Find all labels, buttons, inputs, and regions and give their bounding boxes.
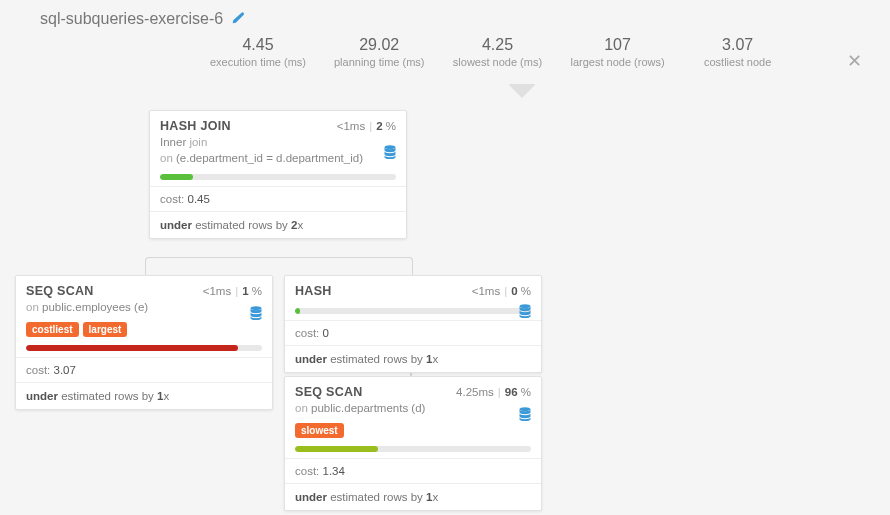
stat-value: 4.45 (242, 36, 273, 54)
node-tags: slowest (285, 421, 541, 442)
database-icon (519, 407, 531, 423)
stat-label: slowest node (ms) (453, 56, 542, 68)
tag-largest: largest (83, 322, 128, 337)
node-subtitle: on public.employees (e) (16, 300, 272, 320)
plan-node-seq-scan-departments[interactable]: SEQ SCAN 4.25ms|96 % on public.departmen… (284, 376, 542, 511)
connector (145, 257, 413, 277)
stat-label: largest node (rows) (570, 56, 664, 68)
database-icon (519, 304, 531, 320)
close-icon[interactable]: ✕ (847, 50, 862, 72)
stat-label: planning time (ms) (334, 56, 424, 68)
node-tags: costliest largest (16, 320, 272, 341)
svg-point-3 (520, 407, 531, 411)
database-icon (250, 306, 262, 322)
tag-slowest: slowest (295, 423, 344, 438)
node-title: SEQ SCAN (26, 284, 94, 298)
duration-bar (295, 446, 531, 452)
node-timing: <1ms|2 % (337, 120, 396, 132)
stat-slowest-node: 4.25 slowest node (ms) (452, 36, 542, 68)
plan-node-hash[interactable]: HASH <1ms|0 % cost: 0 under estimated ro… (284, 275, 542, 373)
duration-bar (160, 174, 396, 180)
cost-line: cost: 0.45 (150, 187, 406, 211)
stat-costliest-node: 3.07 costliest node (693, 36, 783, 68)
estimate-line: under estimated rows by 1x (285, 483, 541, 510)
estimate-line: under estimated rows by 1x (16, 382, 272, 409)
stat-planning-time: 29.02 planning time (ms) (334, 36, 424, 68)
node-title: HASH JOIN (160, 119, 231, 133)
stat-value: 29.02 (359, 36, 399, 54)
node-title: SEQ SCAN (295, 385, 363, 399)
stat-largest-node: 107 largest node (rows) (570, 36, 664, 68)
stat-value: 107 (604, 36, 631, 54)
page-title: sql-subqueries-exercise-6 (40, 10, 223, 28)
stat-value: 3.07 (722, 36, 753, 54)
node-timing: <1ms|1 % (203, 285, 262, 297)
stat-label: costliest node (704, 56, 771, 68)
estimate-line: under estimated rows by 1x (285, 345, 541, 372)
estimate-line: under estimated rows by 2x (150, 211, 406, 238)
cost-line: cost: 3.07 (16, 358, 272, 382)
cost-line: cost: 1.34 (285, 459, 541, 483)
tag-costliest: costliest (26, 322, 79, 337)
duration-bar (295, 308, 531, 314)
node-timing: 4.25ms|96 % (456, 386, 531, 398)
stat-label: execution time (ms) (210, 56, 306, 68)
node-subtitle: Inner join on (e.department_id = d.depar… (150, 135, 406, 170)
stat-execution-time: 4.45 execution time (ms) (210, 36, 306, 68)
plan-node-seq-scan-employees[interactable]: SEQ SCAN <1ms|1 % on public.employees (e… (15, 275, 273, 410)
node-subtitle: on public.departments (d) (285, 401, 541, 421)
edit-title-icon[interactable] (231, 11, 245, 28)
node-timing: <1ms|0 % (472, 285, 531, 297)
title-bar: sql-subqueries-exercise-6 (0, 0, 890, 32)
duration-bar (26, 345, 262, 351)
collapse-stats-icon[interactable] (508, 84, 536, 98)
svg-point-1 (251, 306, 262, 310)
stats-row: 4.45 execution time (ms) 29.02 planning … (210, 36, 783, 68)
svg-point-0 (385, 145, 396, 149)
stat-value: 4.25 (482, 36, 513, 54)
plan-node-hash-join[interactable]: HASH JOIN <1ms|2 % Inner join on (e.depa… (149, 110, 407, 239)
svg-point-2 (520, 304, 531, 308)
node-title: HASH (295, 284, 332, 298)
database-icon (384, 145, 396, 161)
cost-line: cost: 0 (285, 321, 541, 345)
